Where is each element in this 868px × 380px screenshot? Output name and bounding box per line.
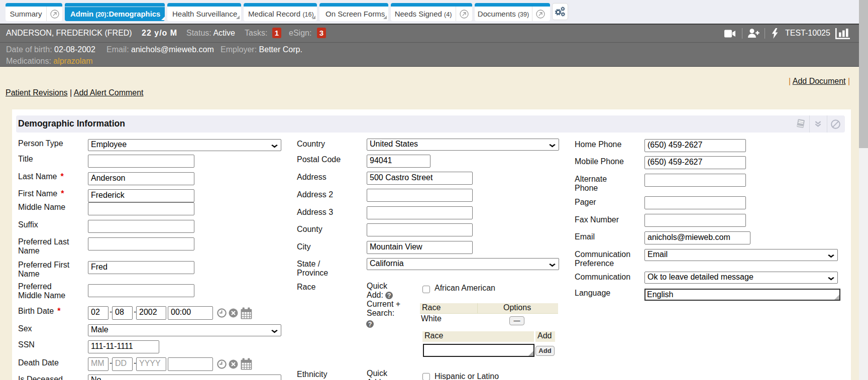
svg-text:?: ? — [368, 321, 372, 328]
svg-text:?: ? — [387, 292, 391, 299]
